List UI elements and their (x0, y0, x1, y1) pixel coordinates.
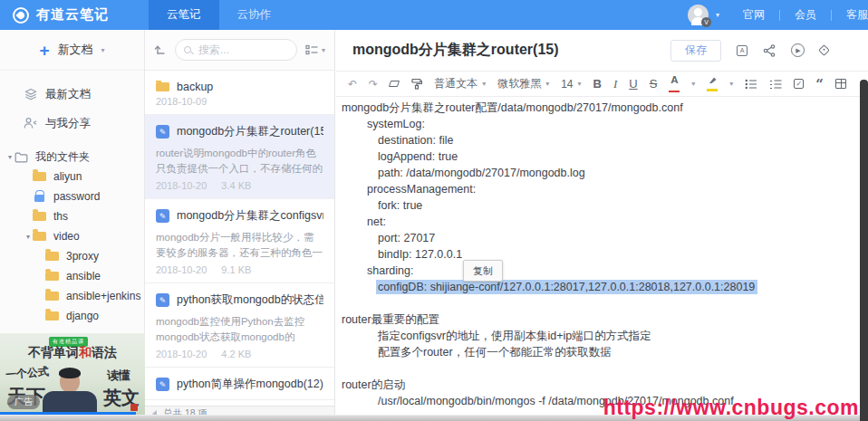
folder-tree-item[interactable]: ▾ 我的文件夹 (0, 147, 144, 167)
redo-button[interactable]: ↷ (369, 78, 378, 91)
editor-content[interactable]: 复制 mongodb分片集群之router配置/data/mongodb/270… (336, 98, 859, 415)
folder-icon (156, 82, 169, 91)
note-size: 9.1 KB (221, 264, 251, 275)
checkbox-button[interactable]: ✓ (794, 79, 804, 89)
lock-icon (34, 195, 44, 202)
ad-headline: 不背单词和语法 (0, 345, 145, 361)
note-list-panel: ▾ ✎ backup 2018-10-09 ✎ mongodb分片集群之rout… (145, 30, 335, 421)
ad-person-image (60, 371, 80, 393)
underline-button[interactable]: U (629, 77, 637, 91)
content-line (342, 360, 859, 377)
table-button[interactable] (835, 79, 846, 89)
italic-button[interactable]: I (613, 77, 617, 91)
highlight-color-button[interactable] (707, 76, 718, 91)
ad-banner[interactable]: 有道精品课 不背单词和语法 一个公式 读懂 天下 英文 广告 (0, 333, 145, 415)
folder-tree-item[interactable]: password (0, 187, 144, 206)
nav-link-support[interactable]: 客服 (832, 7, 868, 23)
content-line: logAppend: true (342, 148, 859, 165)
tag-icon[interactable] (820, 46, 828, 54)
vip-badge: V (701, 17, 711, 27)
font-color-button[interactable]: A (669, 75, 680, 92)
nav-link-member[interactable]: 会员 (780, 7, 831, 23)
folder-tree: ▾ 我的文件夹 aliyun password ths ▾ (0, 147, 144, 326)
note-list: ✎ backup 2018-10-09 ✎ mongodb分片集群之router… (145, 72, 334, 406)
folder-icon (45, 311, 59, 321)
tab-cloud-note[interactable]: 云笔记 (149, 0, 219, 30)
folder-tree-item[interactable]: ▾ video (0, 226, 144, 246)
folder-tree-item[interactable]: aliyun (0, 167, 144, 187)
content-line: processManagement: (342, 181, 859, 197)
sidebar-item-recent[interactable]: 最新文档 (0, 80, 144, 109)
note-snippet: router说明mongodb中的router角色只负责提供一个入口，不存储任何… (156, 146, 323, 177)
header-tabs: 云笔记 云协作 (149, 0, 289, 30)
paragraph-style-dropdown[interactable]: 普通文本▾ (434, 76, 486, 91)
editor-title-bar: mongodb分片集群之router(15) 保存 A ▶ (336, 30, 868, 72)
content-line: path: /data/mongodb/27017/mongodb.log (342, 165, 859, 181)
folder-icon (33, 212, 46, 221)
bold-button[interactable]: B (593, 77, 602, 91)
font-size-dropdown[interactable]: 14▾ (561, 78, 581, 91)
note-icon: ✎ (156, 378, 169, 391)
upload-icon[interactable] (154, 43, 167, 56)
app-logo[interactable]: 有道云笔记 (0, 6, 145, 24)
search-box[interactable] (175, 39, 297, 61)
folder-icon (45, 292, 59, 301)
folder-tree-item[interactable]: django (0, 306, 144, 326)
note-list-item[interactable]: ✎ backup 2018-10-09 (145, 72, 334, 115)
note-list-item[interactable]: ✎ mongodb分片集群之router(15) router说明mongodb… (145, 115, 334, 199)
header-right: V ▾ 官网 会员 客服 (688, 0, 868, 30)
search-input[interactable] (197, 43, 260, 57)
history-versions-icon[interactable]: A (737, 45, 747, 56)
folder-tree-item[interactable]: ths (0, 206, 144, 226)
chevron-down-icon[interactable]: ▾ (101, 46, 105, 54)
content-line: destination: file (342, 132, 859, 148)
sidebar-item-shared[interactable]: 与我分享 (0, 109, 144, 138)
ad-text: 读懂 (107, 368, 130, 384)
ad-label-badge: 广告 (7, 395, 40, 409)
copy-button[interactable]: 复制 (463, 260, 503, 282)
folder-tree-item[interactable]: ansible+jenkins (0, 286, 144, 306)
font-family-dropdown[interactable]: 微软雅黑▾ (497, 76, 549, 91)
note-snippet: mongodb监控使用Python去监控mongodb状态获取mongodb的s… (156, 314, 323, 345)
avatar[interactable]: V (688, 5, 709, 25)
watermark: https://www.cnbugs.com (603, 396, 859, 420)
note-icon: ✎ (156, 209, 169, 223)
ad-text: 一个公式 (5, 364, 49, 383)
folder-tree-item[interactable]: 3proxy (0, 246, 144, 266)
chevron-down-icon[interactable]: ▾ (716, 11, 719, 19)
chevron-down-icon[interactable]: ▾ (729, 80, 733, 88)
bullet-list-button[interactable] (745, 79, 757, 90)
undo-button[interactable]: ↶ (348, 78, 357, 91)
play-icon[interactable]: ▶ (791, 43, 805, 57)
new-doc-button[interactable]: + 新文档 ▾ (0, 30, 144, 71)
strikethrough-button[interactable]: S (650, 77, 658, 91)
video-progress-bar[interactable] (0, 412, 136, 415)
note-snippet: mongodb分片一般用得比较少，需要较多的服务器，还有三种的角色一般把mong… (156, 230, 323, 261)
sidebar-nav: 最新文档 与我分享 (0, 80, 144, 138)
share-icon[interactable] (763, 44, 776, 57)
note-title: mongodb分片集群之router(15) (352, 41, 559, 60)
note-date: 2018-10-09 (156, 96, 207, 107)
folder-tree-item[interactable]: ansible (0, 266, 144, 286)
view-toggle-button[interactable]: ▾ (305, 44, 325, 55)
note-list-item[interactable]: ✎ python简单操作mongodb(12) (145, 368, 334, 400)
note-list-item[interactable]: ✎ python获取mongodb的状态信息(13) mongodb监控使用Py… (145, 283, 334, 368)
content-line: router最重要的配置 (342, 311, 859, 328)
chevron-down-icon[interactable]: ▾ (691, 80, 695, 88)
content-line: 指定configsvr的地址，使用副本集id+ip端口的方式指定 (342, 328, 859, 344)
numbered-list-button[interactable] (769, 79, 782, 90)
expand-caret-icon[interactable]: ▾ (5, 153, 14, 161)
expand-caret-icon[interactable]: ▾ (24, 233, 33, 241)
content-line: port: 27017 (342, 230, 859, 246)
save-button[interactable]: 保存 (670, 40, 721, 62)
tab-cloud-collab[interactable]: 云协作 (219, 0, 290, 30)
nav-link-official[interactable]: 官网 (728, 7, 779, 23)
content-line (342, 295, 859, 311)
clear-format-icon[interactable] (390, 81, 399, 87)
note-list-item[interactable]: ✎ mongodb分片集群之configsvr(14) mongodb分片一般用… (145, 199, 334, 283)
page-scrollbar[interactable] (860, 80, 868, 421)
folder-outline-icon (14, 151, 28, 163)
quote-button[interactable]: “ (815, 80, 824, 89)
youdao-logo-icon (13, 7, 29, 24)
format-painter-icon[interactable] (410, 78, 422, 90)
